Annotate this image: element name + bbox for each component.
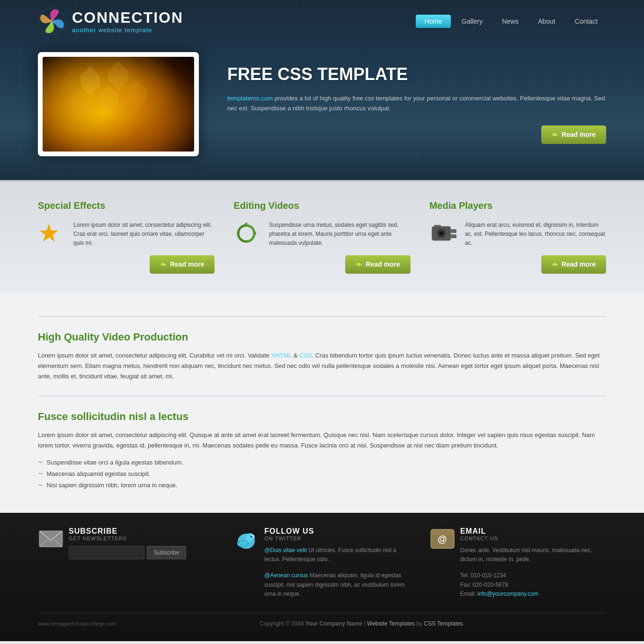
subscribe-content: SUBSCRIBE GET NEWSLETTERS Subscribe [69,527,186,559]
feature-read-more-1[interactable]: Read more [150,255,215,274]
svg-rect-14 [451,229,456,233]
feature-title-3: Media Players [429,200,606,211]
feature-content-1: ★ Lorem ipsum dolor sit amet, consectetu… [38,221,215,274]
twitter-icon [233,527,259,553]
logo-text-area: CONNECTION another website template [72,9,183,34]
tweet-1-user[interactable]: @Duis vitae velit [264,547,307,554]
feature-text-3: Aliquam erat arcu, euismod et, dignissim… [465,221,606,248]
subscribe-title: SUBSCRIBE [69,527,186,536]
header-top: CONNECTION another website template Home… [0,0,644,43]
sep2: by [415,620,424,627]
subscribe-area: Subscribe [69,546,186,559]
header: CONNECTION another website template Home… [0,0,644,180]
hero-image [43,57,194,152]
logo-title: CONNECTION [72,9,183,27]
svg-marker-3 [99,85,118,114]
features-section: Special Effects ★ Lorem ipsum dolor sit … [0,180,644,293]
footer-grid: SUBSCRIBE GET NEWSLETTERS Subscribe [38,527,606,599]
list-item-2: Maecenas aliquamid egestas suscipit. [38,469,606,478]
email-text: Donec ante. Vestibulum nisl mauris, male… [460,546,606,564]
tweet-1: @Duis vitae velit Ut ultricies. Fusce so… [264,546,410,564]
css-link[interactable]: CSS [299,352,312,359]
list-item-3: Nisi sapien dignissim nibh, lorem urna i… [38,481,606,489]
subscribe-button[interactable]: Subscribe [147,546,186,559]
subscribe-subtitle: GET NEWSLETTERS [69,536,186,541]
company-name: Your Company Name [305,620,362,627]
content-title-2: Fusce sollicitudin nisl a lectus [38,411,606,423]
footer-website-url: www.heritagechristiancollege.com [38,621,116,626]
email-label: Email: [460,590,478,597]
logo-area: CONNECTION another website template [38,7,183,36]
hero-link[interactable]: templatemo.com [227,95,273,102]
divider-2 [38,396,606,396]
svg-point-1 [49,18,55,24]
logo-icon [38,7,66,36]
hero-content: FREE CSS TEMPLATE templatemo.com provide… [227,64,606,144]
feature-read-more-2[interactable]: Read more [345,255,410,274]
hero-read-more-button[interactable]: Read more [541,125,606,144]
website-templates-link[interactable]: Website Templates [367,620,415,627]
nav-about[interactable]: About [529,15,564,28]
email-tel: Tel: 010-010-1234 [460,571,606,580]
nav-home[interactable]: Home [416,15,450,28]
email-icon: @ [429,527,456,551]
content-text-sep: & [292,352,299,359]
follow-content: FOLLOW US ON TWITTER @Duis vitae velit U… [264,527,410,599]
svg-rect-15 [451,234,456,238]
hero-desc-text: provides a lot of high quality free css … [227,95,605,112]
hero-section: FREE CSS TEMPLATE templatemo.com provide… [0,43,644,180]
features-grid: Special Effects ★ Lorem ipsum dolor sit … [38,200,606,274]
tweet-2-user[interactable]: @Aenean cursus [264,572,308,579]
xhtml-link[interactable]: XHTML [271,352,292,359]
copyright-text: Copyright © 2048 [259,620,305,627]
divider-1 [38,316,606,317]
feature-editing-videos: Editing Videos Suspendisse urna metus, s… [233,200,410,274]
content-list: Suspendisse vitae orci a ligula egestas … [38,458,606,489]
feature-content-3: Aliquam erat arcu, euismod et, dignissim… [429,221,606,274]
hero-image-container [38,52,199,156]
email-address[interactable]: info@yourcompany.com [477,590,538,597]
feature-content-2: Suspendisse urna metus, sodales eget sag… [233,221,410,274]
footer-bottom: www.heritagechristiancollege.com Copyrig… [38,613,606,627]
svg-point-13 [440,232,443,235]
footer-subscribe: SUBSCRIBE GET NEWSLETTERS Subscribe [38,527,215,599]
email-content: EMAIL CONTACT US Donec ante. Vestibulum … [460,527,606,599]
content-paragraph-2: Lorem ipsum dolor sit amet, consectetur … [38,430,606,451]
sep1: | [362,620,367,627]
svg-marker-6 [128,80,147,109]
svg-point-24 [250,536,252,537]
tweet-2: @Aenean cursus Maecenas aliquam, ligula … [264,571,410,599]
footer-copyright: Copyright © 2048 Your Company Name | Web… [116,620,606,627]
nav-gallery[interactable]: Gallery [453,15,491,28]
content-text-before-links: Lorem ipsum dolor sit amet, consectetur … [38,352,271,359]
content-paragraph-1: Lorem ipsum dolor sit amet, consectetur … [38,350,606,382]
footer: SUBSCRIBE GET NEWSLETTERS Subscribe [0,513,644,641]
star-icon: ★ [38,221,66,249]
list-item-1: Suspendisse vitae orci a ligula egestas … [38,458,606,466]
hero-description: templatemo.com provides a lot of high qu… [227,94,606,114]
email-icon-wrap: @ [429,527,453,552]
feature-read-more-3[interactable]: Read more [541,255,606,274]
feature-title-2: Editing Videos [233,200,410,211]
subscribe-input[interactable] [69,546,144,559]
mail-icon [38,527,64,551]
main-nav: Home Gallery News About Contact [416,15,606,28]
css-templates-link[interactable]: CSS Templates [424,620,463,627]
svg-point-0 [39,8,65,35]
svg-rect-16 [434,225,441,227]
footer-follow: FOLLOW US ON TWITTER @Duis vitae velit U… [233,527,410,599]
footer-email: @ EMAIL CONTACT US Donec ante. Vestibulu… [429,527,606,599]
nav-contact[interactable]: Contact [566,15,606,28]
twitter-icon-wrap [233,527,257,555]
email-addr-line: Email: info@yourcompany.com [460,590,606,599]
svg-marker-2 [80,66,99,95]
feature-title-1: Special Effects [38,200,215,211]
email-fax: Fax: 020-020-5678 [460,581,606,590]
email-title: EMAIL [460,527,606,536]
hero-title: FREE CSS TEMPLATE [227,64,606,84]
follow-subtitle: ON TWITTER [264,536,410,541]
nav-news[interactable]: News [493,15,527,28]
svg-point-21 [245,533,255,542]
feature-text-1: Lorem ipsum dolor sit amet, consectetur … [73,221,215,248]
feature-special-effects: Special Effects ★ Lorem ipsum dolor sit … [38,200,215,274]
